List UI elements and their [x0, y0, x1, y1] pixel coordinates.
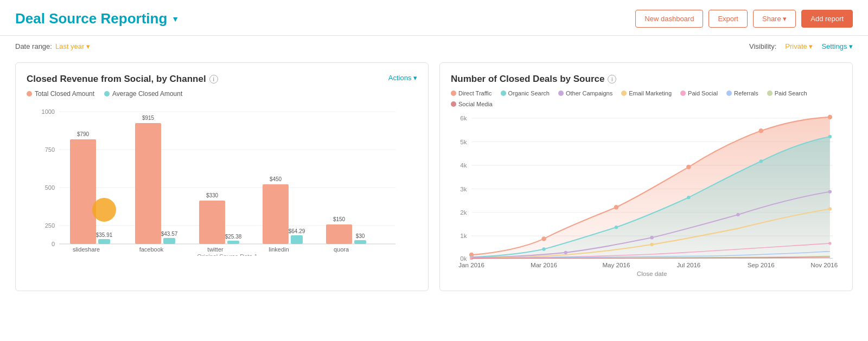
svg-text:twitter: twitter: [207, 246, 224, 253]
dot-referrals: [726, 91, 732, 96]
svg-text:$330: $330: [206, 192, 219, 198]
svg-text:Sep 2016: Sep 2016: [748, 261, 775, 268]
page-title: Deal Source Reporting: [15, 10, 167, 27]
left-chart-title-text: Closed Revenue from Social, by Channel: [27, 74, 206, 85]
svg-text:$25.38: $25.38: [225, 234, 242, 240]
toolbar-left: Date range: Last year ▾: [15, 42, 90, 50]
dot-social-media: [451, 101, 456, 107]
dot-direct-traffic: [451, 91, 456, 96]
svg-text:quora: quora: [334, 246, 349, 253]
svg-text:0k: 0k: [460, 255, 467, 262]
legend-paid-search: Paid Search: [767, 90, 807, 96]
dot-em-3: [828, 207, 832, 210]
dot-dt-3: [614, 205, 618, 209]
visibility-value[interactable]: Private ▾: [785, 42, 813, 50]
new-dashboard-button[interactable]: New dashboard: [635, 10, 703, 28]
legend-label-total: Total Closed Amount: [35, 90, 94, 98]
bar-twitter-total[interactable]: [199, 201, 225, 244]
svg-text:linkedin: linkedin: [269, 246, 289, 253]
settings-link[interactable]: Settings ▾: [821, 42, 853, 50]
svg-text:750: 750: [45, 146, 55, 153]
svg-text:$35.91: $35.91: [96, 232, 113, 238]
bar-slideshare-avg[interactable]: [98, 239, 110, 244]
dot-dt-2: [541, 236, 546, 241]
actions-button[interactable]: Actions ▾: [388, 74, 417, 82]
dot-os-2: [542, 247, 545, 250]
header-right: New dashboard Export Share ▾ Add report: [635, 10, 853, 28]
svg-text:1k: 1k: [460, 232, 467, 239]
dot-os-5: [760, 159, 763, 163]
bar-facebook-avg[interactable]: [163, 238, 175, 244]
bar-slideshare-total[interactable]: [70, 139, 96, 244]
left-chart-title: Closed Revenue from Social, by Channel i: [27, 74, 218, 85]
legend-email-marketing: Email Marketing: [621, 90, 672, 96]
right-chart-title: Number of Closed Deals by Source i: [451, 74, 616, 85]
dot-os-6: [828, 135, 832, 138]
left-chart-header: Closed Revenue from Social, by Channel i…: [27, 74, 417, 85]
svg-text:3k: 3k: [460, 185, 467, 192]
dot-dt-5: [759, 128, 763, 133]
toolbar: Date range: Last year ▾ Visibility: Priv…: [0, 36, 868, 57]
avg-bubble-slideshare: [92, 198, 116, 222]
right-chart-info-icon[interactable]: i: [608, 75, 616, 83]
date-range-label: Date range:: [15, 42, 52, 50]
svg-text:6k: 6k: [460, 114, 467, 121]
dot-os-3: [615, 226, 618, 229]
svg-text:$150: $150: [333, 216, 346, 222]
svg-text:$915: $915: [142, 115, 155, 121]
dot-oc-5: [828, 190, 832, 193]
dot-paid-search: [767, 91, 773, 96]
legend-paid-social: Paid Social: [680, 90, 718, 96]
main-content: Closed Revenue from Social, by Channel i…: [0, 57, 868, 302]
header-left: Deal Source Reporting ▼: [15, 10, 179, 27]
dot-os-4: [687, 196, 690, 199]
right-chart-header: Number of Closed Deals by Source i: [451, 74, 841, 85]
bar-linkedin-avg[interactable]: [291, 235, 303, 244]
title-dropdown-icon[interactable]: ▼: [171, 15, 179, 23]
svg-text:$790: $790: [77, 131, 90, 137]
dot-dt-6: [828, 115, 832, 119]
date-range-value[interactable]: Last year ▾: [55, 42, 90, 50]
svg-text:0: 0: [52, 241, 55, 247]
svg-text:May 2016: May 2016: [602, 261, 630, 268]
svg-text:500: 500: [45, 184, 55, 191]
svg-text:5k: 5k: [460, 138, 467, 145]
line-chart-container: 6k 5k 4k 3k 2k 1k 0k: [451, 112, 841, 280]
svg-text:Mar 2016: Mar 2016: [531, 261, 557, 268]
svg-text:2k: 2k: [460, 209, 467, 216]
dot-email-marketing: [621, 91, 627, 96]
svg-text:$43.57: $43.57: [161, 231, 178, 237]
legend-other-campaigns: Other Campaigns: [558, 90, 612, 96]
svg-text:facebook: facebook: [139, 246, 164, 253]
legend-label-avg: Average Closed Amount: [112, 90, 182, 98]
legend-item-total: Total Closed Amount: [27, 90, 94, 98]
bar-chart-svg: 1000 750 500 250 0 $790 $35.91: [27, 104, 417, 256]
right-chart-title-text: Number of Closed Deals by Source: [451, 74, 604, 85]
svg-text:$30: $30: [356, 233, 365, 239]
dot-other-campaigns: [558, 91, 564, 96]
bar-quora-total[interactable]: [326, 224, 352, 244]
dot-em-2: [650, 243, 653, 246]
left-chart-legend: Total Closed Amount Average Closed Amoun…: [27, 90, 417, 98]
svg-text:slideshare: slideshare: [73, 246, 100, 253]
share-button[interactable]: Share ▾: [753, 10, 796, 28]
dot-oc-3: [650, 236, 653, 239]
svg-text:Jan 2016: Jan 2016: [458, 261, 484, 268]
legend-organic-search: Organic Search: [501, 90, 550, 96]
svg-text:Nov 2016: Nov 2016: [810, 261, 838, 268]
dot-dt-4: [686, 165, 691, 169]
dot-oc-2: [564, 251, 567, 254]
legend-social-media: Social Media: [451, 101, 493, 107]
svg-text:250: 250: [45, 222, 55, 229]
left-chart-card: Closed Revenue from Social, by Channel i…: [15, 62, 429, 291]
bar-twitter-avg[interactable]: [227, 241, 239, 244]
add-report-button[interactable]: Add report: [801, 10, 853, 28]
bar-facebook-total[interactable]: [135, 123, 161, 244]
svg-text:Close date: Close date: [637, 270, 667, 277]
svg-text:Jul 2016: Jul 2016: [676, 261, 700, 268]
page-header: Deal Source Reporting ▼ New dashboard Ex…: [0, 0, 868, 36]
export-button[interactable]: Export: [709, 10, 748, 28]
bar-linkedin-total[interactable]: [263, 184, 289, 244]
bar-quora-avg[interactable]: [354, 240, 366, 244]
left-chart-info-icon[interactable]: i: [209, 75, 218, 83]
